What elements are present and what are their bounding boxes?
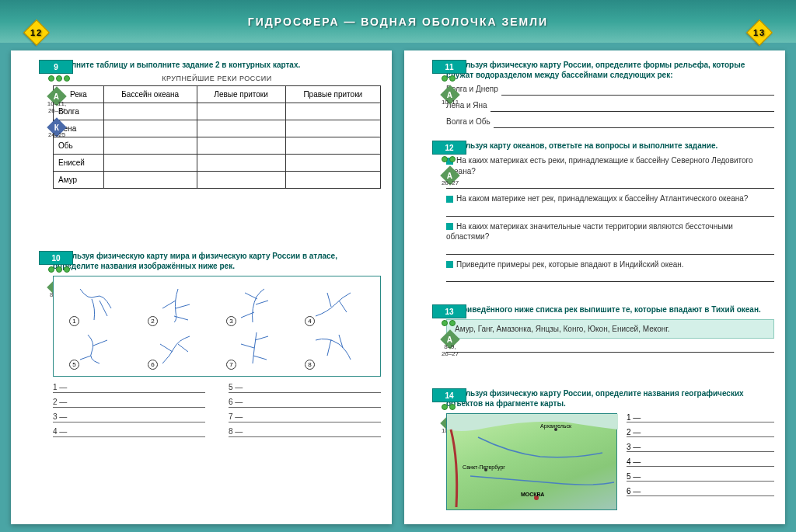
task-12: 12 А 26–27 Используя карту океанов, отве… (435, 141, 774, 292)
cell-river: Амур (54, 172, 104, 189)
fill-line[interactable] (446, 206, 774, 217)
page-spread: 9 А 10–11, 26–27 К 24–25 Заполните табли… (0, 43, 796, 532)
answer-line[interactable]: 2 — (53, 398, 205, 408)
answer-line[interactable]: 1 — (627, 413, 774, 422)
atlas-ref: 10–11 (438, 99, 462, 106)
answer-line[interactable]: 4 — (53, 427, 205, 437)
answer-line[interactable]: 8 — (229, 427, 381, 437)
atlas-ref: 26–27 (438, 179, 462, 186)
task-11: 11 А 10–11 Используя физическую карту Ро… (435, 60, 774, 128)
task-10: 10 А 8–11 Используя физическую карту мир… (42, 251, 381, 442)
th-right-trib: Правые притоки (285, 86, 380, 103)
th-basin: Бассейн океана (103, 86, 197, 103)
difficulty-dots (442, 404, 456, 410)
fill-line[interactable] (446, 178, 774, 189)
city-label: МОСКВА (521, 492, 544, 497)
river-outline-8: 8 (300, 326, 369, 370)
page-number-left: 12 (23, 19, 50, 46)
atlas-ref: 8–9, 26–27 (438, 343, 462, 357)
answer-line[interactable]: 4 — (627, 457, 774, 467)
kontur-ref: 24–25 (45, 131, 68, 138)
answer-line[interactable]: 5 — (229, 383, 381, 393)
task-11-text: Используя физическую карту России, опред… (446, 60, 774, 80)
bullet-icon (446, 196, 453, 203)
answer-line[interactable]: 7 — (229, 412, 381, 422)
difficulty-dots (442, 75, 456, 82)
river-outline-5: 5 (65, 326, 134, 370)
task-badge-9: 9 (39, 60, 73, 74)
th-left-trib: Левые притоки (197, 86, 285, 103)
header-banner: 12 ГИДРОСФЕРА — ВОДНАЯ ОБОЛОЧКА ЗЕМЛИ 13 (0, 0, 796, 43)
cell-river: Обь (54, 137, 104, 155)
answer-line[interactable]: 5 — (627, 472, 774, 482)
difficulty-dots (48, 75, 70, 82)
task-12-text: Используя карту океанов, ответьте на воп… (446, 141, 774, 151)
city-label: Архангельск (540, 423, 571, 429)
page-right: 11 А 10–11 Используя физическую карту Ро… (404, 50, 785, 524)
header-title: ГИДРОСФЕРА — ВОДНАЯ ОБОЛОЧКА ЗЕМЛИ (248, 16, 548, 28)
task-badge-14: 14 (432, 388, 466, 402)
answer-line[interactable]: 6 — (229, 398, 381, 408)
river-outline-4: 4 (300, 283, 369, 326)
answer-line[interactable]: 2 — (627, 428, 774, 437)
bullet-icon (446, 223, 453, 230)
task-10-text: Используя физическую карту мира и физиче… (53, 251, 381, 271)
task-14: 14 А 10–11 Используя физическую карту Ро… (435, 388, 774, 510)
fill-line[interactable] (494, 117, 774, 128)
task-14-text: Используя физическую карту России, опред… (446, 388, 774, 409)
answer-line[interactable]: 6 — (627, 487, 774, 496)
fill-line[interactable] (446, 342, 774, 353)
difficulty-dots (442, 320, 456, 326)
task-badge-12: 12 (432, 141, 466, 155)
difficulty-dots (442, 156, 456, 162)
q4: Приведите примеры рек, которые впадают в… (446, 259, 774, 270)
q2: На каком материке нет рек, принадлежащих… (446, 193, 774, 204)
difficulty-dots (48, 266, 70, 273)
river-outline-2: 2 (143, 283, 212, 326)
rivers-table: Река Бассейн океана Левые притоки Правые… (53, 85, 381, 189)
map-fragment: Архангельск Санкт-Петербург МОСКВА (446, 413, 617, 510)
task-9: 9 А 10–11, 26–27 К 24–25 Заполните табли… (42, 60, 381, 238)
fill-line[interactable] (446, 244, 774, 255)
river-outline-3: 3 (222, 283, 291, 326)
answer-line[interactable]: 3 — (627, 443, 774, 452)
page-number-right: 13 (746, 19, 773, 46)
q3: На каких материках значительные части те… (446, 221, 774, 242)
river-outline-1: 1 (65, 283, 134, 326)
answer-line[interactable]: 1 — (53, 383, 205, 393)
task-13: 13 А 8–9, 26–27 Из приведённого ниже спи… (435, 304, 774, 376)
fill-label: Волга и Обь (446, 117, 491, 131)
city-label: Санкт-Петербург (463, 464, 505, 470)
answer-line[interactable]: 3 — (53, 412, 205, 422)
task-badge-13: 13 (432, 304, 466, 318)
fill-line[interactable] (446, 271, 774, 282)
fill-line[interactable] (491, 101, 774, 112)
fill-line[interactable] (501, 85, 774, 96)
task-9-text: Заполните таблицу и выполните задание 2 … (53, 60, 381, 70)
q1: На каких материках есть реки, принадлежа… (446, 155, 774, 176)
task-13-text: Из приведённого ниже списка рек выпишите… (446, 304, 774, 315)
river-outline-7: 7 (222, 326, 291, 370)
river-outline-6: 6 (143, 326, 212, 370)
table-title: КРУПНЕЙШИЕ РЕКИ РОССИИ (53, 75, 381, 82)
bullet-icon (446, 261, 453, 268)
cell-river: Енисей (54, 155, 104, 172)
task-badge-10: 10 (39, 251, 73, 265)
answer-lines: 1 — 2 — 3 — 4 — 5 — 6 — 7 — 8 — (53, 383, 381, 442)
river-outlines-box: 1 2 3 4 (53, 276, 381, 377)
task-badge-11: 11 (432, 60, 466, 74)
atlas-ref: 10–11, 26–27 (45, 100, 68, 114)
river-list-box: Амур, Ганг, Амазонка, Янцзы, Конго, Юкон… (446, 319, 774, 339)
page-left: 9 А 10–11, 26–27 К 24–25 Заполните табли… (11, 50, 392, 524)
